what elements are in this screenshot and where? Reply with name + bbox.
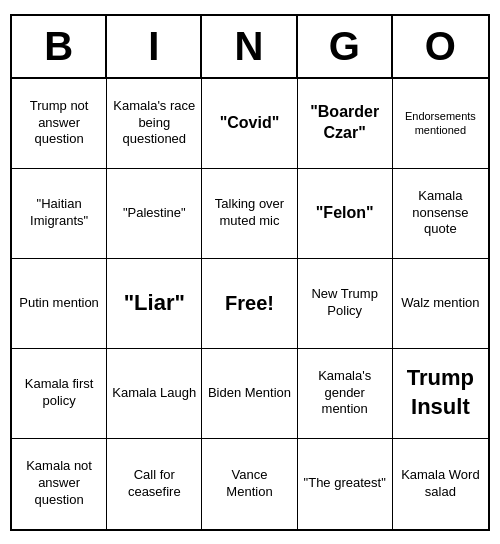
header-letter-o: O: [393, 16, 488, 77]
cell-text-17: Biden Mention: [208, 385, 291, 402]
cell-text-4: Endorsements mentioned: [398, 109, 483, 138]
bingo-cell-11[interactable]: "Liar": [107, 259, 202, 349]
cell-text-13: New Trump Policy: [303, 286, 387, 320]
bingo-cell-23[interactable]: "The greatest": [298, 439, 393, 529]
bingo-cell-10[interactable]: Putin mention: [12, 259, 107, 349]
bingo-card: BINGO Trump not answer questionKamala's …: [10, 14, 490, 531]
cell-text-20: Kamala not answer question: [17, 458, 101, 509]
header-letter-n: N: [202, 16, 297, 77]
bingo-cell-22[interactable]: Vance Mention: [202, 439, 297, 529]
bingo-grid: Trump not answer questionKamala's race b…: [12, 79, 488, 529]
bingo-cell-2[interactable]: "Covid": [202, 79, 297, 169]
cell-text-14: Walz mention: [401, 295, 479, 312]
bingo-cell-1[interactable]: Kamala's race being questioned: [107, 79, 202, 169]
bingo-cell-3[interactable]: "Boarder Czar": [298, 79, 393, 169]
bingo-cell-24[interactable]: Kamala Word salad: [393, 439, 488, 529]
bingo-cell-19[interactable]: Trump Insult: [393, 349, 488, 439]
bingo-cell-17[interactable]: Biden Mention: [202, 349, 297, 439]
cell-text-8: "Felon": [316, 203, 374, 224]
bingo-cell-21[interactable]: Call for ceasefire: [107, 439, 202, 529]
bingo-header: BINGO: [12, 16, 488, 79]
cell-text-1: Kamala's race being questioned: [112, 98, 196, 149]
bingo-cell-9[interactable]: Kamala nonsense quote: [393, 169, 488, 259]
bingo-cell-13[interactable]: New Trump Policy: [298, 259, 393, 349]
cell-text-16: Kamala Laugh: [112, 385, 196, 402]
bingo-cell-20[interactable]: Kamala not answer question: [12, 439, 107, 529]
cell-text-19: Trump Insult: [398, 364, 483, 421]
bingo-cell-16[interactable]: Kamala Laugh: [107, 349, 202, 439]
cell-text-23: "The greatest": [304, 475, 386, 492]
header-letter-i: I: [107, 16, 202, 77]
cell-text-18: Kamala's gender mention: [303, 368, 387, 419]
cell-text-6: "Palestine": [123, 205, 186, 222]
cell-text-22: Vance Mention: [207, 467, 291, 501]
cell-text-3: "Boarder Czar": [303, 102, 387, 144]
bingo-cell-15[interactable]: Kamala first policy: [12, 349, 107, 439]
cell-text-15: Kamala first policy: [17, 376, 101, 410]
cell-text-24: Kamala Word salad: [398, 467, 483, 501]
bingo-cell-5[interactable]: "Haitian Imigrants": [12, 169, 107, 259]
cell-text-7: Talking over muted mic: [207, 196, 291, 230]
bingo-cell-6[interactable]: "Palestine": [107, 169, 202, 259]
cell-text-9: Kamala nonsense quote: [398, 188, 483, 239]
bingo-cell-8[interactable]: "Felon": [298, 169, 393, 259]
bingo-cell-4[interactable]: Endorsements mentioned: [393, 79, 488, 169]
cell-text-12: Free!: [225, 290, 274, 316]
bingo-cell-7[interactable]: Talking over muted mic: [202, 169, 297, 259]
cell-text-5: "Haitian Imigrants": [17, 196, 101, 230]
cell-text-21: Call for ceasefire: [112, 467, 196, 501]
cell-text-0: Trump not answer question: [17, 98, 101, 149]
cell-text-10: Putin mention: [19, 295, 99, 312]
bingo-cell-18[interactable]: Kamala's gender mention: [298, 349, 393, 439]
header-letter-b: B: [12, 16, 107, 77]
bingo-cell-12[interactable]: Free!: [202, 259, 297, 349]
bingo-cell-0[interactable]: Trump not answer question: [12, 79, 107, 169]
cell-text-2: "Covid": [220, 113, 280, 134]
header-letter-g: G: [298, 16, 393, 77]
bingo-cell-14[interactable]: Walz mention: [393, 259, 488, 349]
cell-text-11: "Liar": [124, 289, 185, 318]
